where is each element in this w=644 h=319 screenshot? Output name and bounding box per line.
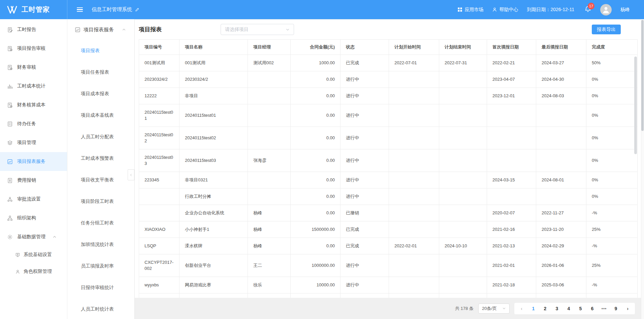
table-cell (248, 71, 291, 88)
table-row[interactable]: 行政工时分摊0.00进行中0% (139, 188, 638, 205)
table-row[interactable]: 001测试用001测试用测试用0021000.00已完成2022-07-0120… (139, 55, 638, 71)
page-scrollbar-thumb[interactable] (641, 20, 644, 131)
table-cell: 进行中 (341, 127, 389, 149)
app-market-link[interactable]: 应用市场 (457, 7, 483, 13)
sidebar-item-doc-audit[interactable]: 项目报告审核 (0, 39, 67, 58)
table-cell: 2020-02-07 (487, 205, 536, 221)
page-size-value: 20条/页 (482, 306, 497, 312)
project-select[interactable]: 请选择项目 (221, 24, 294, 35)
submenu-item[interactable]: 人员工时分配表 (67, 126, 134, 148)
sidebar-subitem-role[interactable]: 角色权限管理 (0, 263, 67, 280)
table-cell: 20240115test03 (180, 149, 248, 172)
table-cell: 2021-02-13 (487, 238, 536, 254)
sidebar-item-todo[interactable]: 待办任务 (0, 114, 67, 133)
sidebar-item-finance-cost[interactable]: 财务核算成本 (0, 96, 67, 114)
table-cell: 0.00 (291, 71, 341, 88)
table-scrollbar-thumb[interactable] (634, 57, 637, 154)
sidebar-item-gear[interactable]: 基础数据管理 (0, 227, 67, 246)
pager-prev-button[interactable]: ‹ (516, 306, 527, 311)
pager-page-3[interactable]: 3 (551, 306, 563, 311)
system-name: 信息工时管理系统 (92, 6, 139, 13)
table-row[interactable]: wyyxbs网易游戏比赛徐乐10000.00进行中2021-02-182025-… (139, 277, 638, 293)
submenu-item[interactable]: 项目收支平衡表 (67, 169, 134, 191)
table-row[interactable]: LSQP溧水棋牌杨峰0.00已完成2022-02-012024-10-10202… (139, 238, 638, 254)
sidebar-item-expense[interactable]: 费用报销 (0, 171, 67, 190)
pager-page-4[interactable]: 4 (563, 306, 575, 311)
sidebar-item-finance-audit[interactable]: 财务审核 (0, 58, 67, 77)
table-cell: 20240115test02 (180, 127, 248, 149)
panel-collapse-handle[interactable] (128, 169, 134, 180)
table-cell: 50% (586, 55, 638, 71)
submenu-item[interactable]: 项目阶段工时表 (67, 191, 134, 212)
submenu-item[interactable]: 项目成本基线表 (67, 105, 134, 126)
app-window: 工时管家 信息工时管理系统 应用市场 (0, 0, 644, 319)
logo-area: 工时管家 (0, 0, 67, 19)
table-row[interactable]: 20240115test0220240115test020.00进行中0% (139, 127, 638, 149)
table-cell: 20240115test01 (139, 104, 180, 127)
table-row[interactable]: 20240115test0120240115test010.00进行中0% (139, 104, 638, 127)
pager-page-6[interactable]: 6 (586, 306, 598, 311)
submenu-item[interactable]: 项目成本报表 (67, 83, 134, 105)
table-cell: 2022-11-27 (536, 205, 586, 221)
table-cell: 杨峰 (248, 205, 291, 221)
table-row[interactable]: 20240115test0320240115test03张海彦0.00进行中0% (139, 149, 638, 172)
table-row[interactable]: 223345非项目03210.00进行中2024-03-152024-08-01… (139, 172, 638, 188)
notification-badge: 17 (588, 3, 594, 9)
sidebar-item-doc-edit[interactable]: 工时报告 (0, 20, 67, 39)
table-cell (248, 172, 291, 188)
table-cell (291, 293, 341, 298)
table-cell (389, 127, 439, 149)
submenu-item[interactable]: 日报待审核统计 (67, 277, 134, 298)
doc-edit-icon (7, 27, 13, 33)
sidebar-subitem-monitor[interactable]: 系统基础设置 (0, 246, 67, 263)
table-row[interactable]: CXCYPT2017-002创新创业平台王二1000000.00进行中2021-… (139, 254, 638, 277)
page-scrollbar[interactable] (641, 19, 644, 319)
submenu-item[interactable]: 工时成本预警表 (67, 148, 134, 169)
table-row[interactable]: 20230324/220230324/20.00进行中2023-04-07202… (139, 71, 638, 88)
sidebar-item-workflow[interactable]: 审批流设置 (0, 190, 67, 209)
table-cell: 进行中 (341, 71, 389, 88)
notification-bell[interactable]: 17 (584, 6, 591, 14)
hamburger-icon[interactable] (77, 7, 83, 12)
pager-ellipsis[interactable]: ••• (598, 306, 610, 311)
submenu-item[interactable]: 加班情况统计表 (67, 234, 134, 255)
column-header: 合同金额(元) (291, 40, 341, 55)
export-report-button[interactable]: 报表导出 (592, 25, 621, 34)
submenu-item[interactable]: 项目报表 (67, 40, 134, 62)
table-cell: 0.00 (291, 238, 341, 254)
page-size-select[interactable]: 20条/页 (478, 304, 510, 314)
submenu-item[interactable]: 人员工时统计表 (67, 298, 134, 319)
table-row[interactable] (139, 293, 638, 298)
table-cell: 非项目0321 (180, 172, 248, 188)
table-cell: 企业办公自动化系统 (180, 205, 248, 221)
table-row[interactable]: XIAOXIAO小小神射手1杨峰1500000.00已完成2021-02-162… (139, 221, 638, 238)
submenu-item[interactable]: 任务分组工时表 (67, 212, 134, 234)
pager-next-button[interactable]: › (622, 306, 634, 311)
submenu-header[interactable]: 项目报表服务 (67, 19, 134, 40)
table-cell: 0% (586, 172, 638, 188)
pager-page-1[interactable]: 1 (527, 306, 539, 311)
sidebar-item-org[interactable]: 组织架构 (0, 209, 67, 227)
table-cell: 2023-04-07 (487, 71, 536, 88)
pager-page-9[interactable]: 9 (610, 306, 622, 311)
table-cell (536, 127, 586, 149)
edit-pencil-icon[interactable] (135, 7, 139, 12)
avatar[interactable] (600, 4, 612, 15)
sidebar-item-bar-chart[interactable]: 工时成本统计 (0, 77, 67, 96)
table-cell (536, 188, 586, 205)
table-cell (389, 188, 439, 205)
table-cell (389, 104, 439, 127)
table-cell: 20240115test02 (139, 127, 180, 149)
pager-page-5[interactable]: 5 (575, 306, 586, 311)
sidebar-item-layers[interactable]: 项目管理 (0, 133, 67, 152)
sidebar-item-report-chart[interactable]: 项目报表服务 (0, 152, 67, 171)
submenu-item[interactable]: 项目任务报表 (67, 62, 134, 83)
help-center-link[interactable]: 帮助中心 (492, 7, 518, 13)
table-row[interactable]: 企业办公自动化系统杨峰0.00已撤销2020-02-072022-11-27-% (139, 205, 638, 221)
primary-sidebar: 工时报告项目报告审核财务审核工时成本统计财务核算成本待办任务项目管理项目报表服务… (0, 19, 67, 319)
table-cell: 0% (586, 149, 638, 172)
pager-page-2[interactable]: 2 (539, 306, 551, 311)
table-row[interactable]: 12222非项目0.00进行中2023-12-012024-08-030% (139, 88, 638, 104)
submenu-item[interactable]: 员工填报及时率 (67, 255, 134, 277)
table-cell: 张海彦 (248, 149, 291, 172)
